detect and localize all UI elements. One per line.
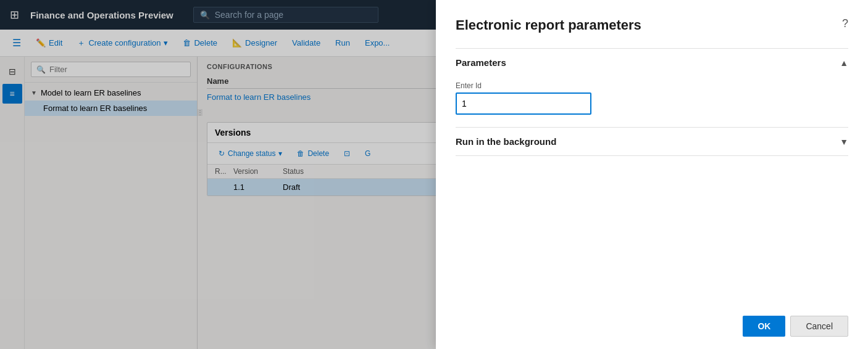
run-background-section-header[interactable]: Run in the background ▼ [456, 128, 848, 155]
dialog-overlay: Electronic report parameters ? Parameter… [0, 0, 868, 349]
enter-id-input[interactable] [456, 92, 591, 115]
parameters-section-header[interactable]: Parameters ▲ [456, 49, 848, 76]
cancel-button[interactable]: Cancel [790, 316, 848, 337]
parameters-label: Parameters [456, 57, 506, 68]
run-background-chevron-icon: ▼ [840, 137, 848, 147]
parameters-chevron-icon: ▲ [840, 58, 848, 68]
dialog-header: Electronic report parameters ? [456, 17, 848, 33]
parameters-section: Parameters ▲ Enter Id [456, 49, 848, 128]
run-background-section: Run in the background ▼ [456, 128, 848, 156]
dialog-help-icon[interactable]: ? [842, 17, 848, 30]
enter-id-label: Enter Id [456, 81, 848, 90]
ok-button[interactable]: OK [743, 316, 785, 337]
dialog-title: Electronic report parameters [456, 17, 641, 33]
run-background-label: Run in the background [456, 136, 556, 147]
parameters-content: Enter Id [456, 76, 848, 127]
dialog-panel: Electronic report parameters ? Parameter… [436, 0, 868, 349]
dialog-footer: OK Cancel [456, 306, 848, 337]
